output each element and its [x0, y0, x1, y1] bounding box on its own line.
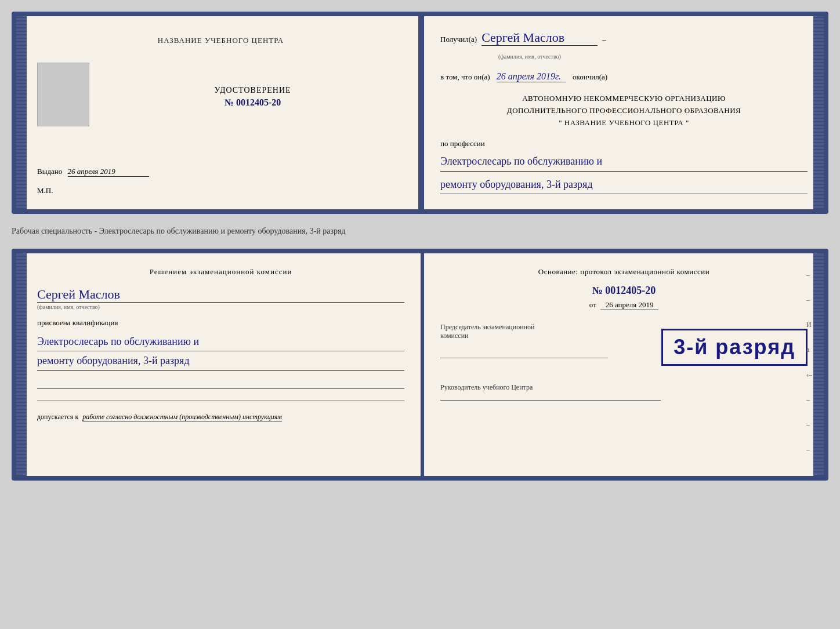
dopuskaetsya-label: допускается к — [37, 413, 78, 421]
dash-1: – — [806, 271, 812, 279]
dash-3: И — [806, 321, 812, 329]
predsedatel-label: Председатель экзаменационной комиссии — [440, 323, 545, 340]
v-tom-label: в том, что он(а) — [440, 72, 490, 81]
cert1-dash: – — [602, 35, 606, 44]
stamp-predsedatel-wrap: Председатель экзаменационной комиссии 3-… — [440, 323, 808, 366]
photo-placeholder — [37, 63, 89, 126]
sign-line-1 — [37, 388, 404, 389]
cert2-recipient-name: Сергей Маслов — [37, 287, 404, 303]
rukovoditel-sign-line — [440, 400, 661, 401]
cert1-right-page: Получил(а) Сергей Маслов – (фамилия, имя… — [424, 16, 824, 209]
issued-label: Выдано — [37, 167, 62, 176]
received-label: Получил(а) — [440, 35, 477, 44]
cert2-name-sublabel: (фамилия, имя, отчество) — [37, 304, 404, 310]
cert1-mp: М.П. — [37, 186, 404, 195]
cert1-profession-line2: ремонту оборудования, 3-й разряд — [440, 175, 808, 194]
po-professii-label: по профессии — [440, 139, 485, 148]
predsedatel-sign-line — [440, 358, 608, 358]
prisvoena-text: присвоена квалификация — [37, 318, 404, 328]
dash-7: – — [806, 420, 812, 429]
cert1-date-hw: 26 апреля 2019г. — [497, 71, 566, 82]
certificate-1: НАЗВАНИЕ УЧЕБНОГО ЦЕНТРА УДОСТОВЕРЕНИЕ №… — [12, 12, 828, 214]
org-line2: ДОПОЛНИТЕЛЬНОГО ПРОФЕССИОНАЛЬНОГО ОБРАЗО… — [440, 105, 808, 117]
certificate-2: Решением экзаменационной комиссии Сергей… — [12, 249, 828, 481]
page-container: НАЗВАНИЕ УЧЕБНОГО ЦЕНТРА УДОСТОВЕРЕНИЕ №… — [12, 12, 828, 481]
okonchill-label: окончил(а) — [573, 72, 607, 81]
side-dashes: – – И а ‹– – – – — [806, 271, 812, 454]
dopusk-text: работе согласно должностным (производств… — [82, 413, 282, 421]
sign-line-2 — [37, 401, 404, 401]
cert2-left-page: Решением экзаменационной комиссии Сергей… — [16, 253, 421, 476]
cert2-ot-line: от 26 апреля 2019 — [440, 300, 808, 310]
cert1-vtom-line: в том, что он(а) 26 апреля 2019г. окончи… — [440, 71, 808, 82]
cert1-number: № 0012405-20 — [101, 97, 404, 108]
cert1-left-page: НАЗВАНИЕ УЧЕБНОГО ЦЕНТРА УДОСТОВЕРЕНИЕ №… — [16, 16, 421, 209]
name-sublabel-1: (фамилия, имя, отчество) — [498, 53, 808, 60]
cert1-recipient-name: Сергей Маслов — [481, 30, 598, 46]
cert2-osnovanie: Основание: протокол экзаменационной коми… — [440, 267, 808, 277]
org-line3: " НАЗВАНИЕ УЧЕБНОГО ЦЕНТРА " — [440, 117, 808, 129]
cert1-org-block: АВТОНОМНУЮ НЕКОММЕРЧЕСКУЮ ОРГАНИЗАЦИЮ ДО… — [440, 93, 808, 129]
dash-6: – — [806, 395, 812, 404]
dash-4: а — [806, 346, 812, 354]
ot-date: 26 апреля 2019 — [600, 300, 658, 310]
dash-5: ‹– — [806, 370, 812, 379]
cert1-po-professii: по профессии Электрослесарь по обслужива… — [440, 139, 808, 194]
cert1-issued-line: Выдано 26 апреля 2019 — [37, 167, 404, 177]
cert2-stamp: 3-й разряд — [661, 329, 808, 366]
stamp-text: 3-й разряд — [674, 335, 795, 359]
cert2-right-page: Основание: протокол экзаменационной коми… — [424, 253, 824, 476]
between-label: Рабочая специальность - Электрослесарь п… — [12, 224, 828, 238]
reshenie-title: Решением экзаменационной комиссии — [37, 267, 404, 277]
dopuskaetsya-block: допускается к работе согласно должностны… — [37, 413, 404, 421]
cert2-name-block: Сергей Маслов (фамилия, имя, отчество) — [37, 287, 404, 310]
dash-8: – — [806, 445, 812, 454]
cert2-qual-line2: ремонту оборудования, 3-й разряд — [37, 351, 404, 370]
ot-label: от — [589, 300, 596, 309]
udostoverenie-title: УДОСТОВЕРЕНИЕ — [101, 86, 404, 95]
dash-2: – — [806, 296, 812, 304]
predsedatel-block: Председатель экзаменационной комиссии — [440, 323, 650, 358]
rukovoditel-block: Руководитель учебного Центра — [440, 383, 808, 401]
issued-date: 26 апреля 2019 — [68, 167, 149, 177]
org-line1: АВТОНОМНУЮ НЕКОММЕРЧЕСКУЮ ОРГАНИЗАЦИЮ — [440, 93, 808, 105]
udostoverenie-block: УДОСТОВЕРЕНИЕ № 0012405-20 — [101, 74, 404, 108]
cert2-qual-line1: Электрослесарь по обслуживанию и — [37, 332, 404, 351]
cert1-school-name: НАЗВАНИЕ УЧЕБНОГО ЦЕНТРА — [37, 36, 404, 45]
cert1-profession-line1: Электрослесарь по обслуживанию и — [440, 152, 808, 171]
cert2-number: № 0012405-20 — [440, 285, 808, 297]
cert2-sign-lines — [37, 388, 404, 401]
rukovoditel-label: Руководитель учебного Центра — [440, 383, 808, 392]
